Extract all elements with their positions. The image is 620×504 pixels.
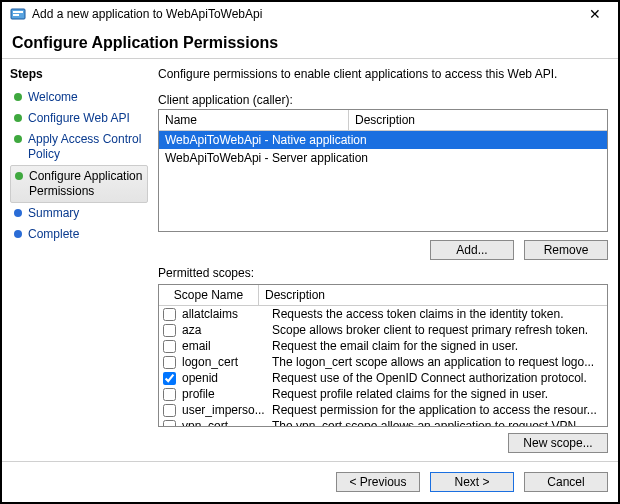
step-done-icon	[14, 93, 22, 101]
step-item[interactable]: Welcome	[10, 87, 148, 108]
step-label: Summary	[28, 206, 79, 221]
next-button[interactable]: Next >	[430, 472, 514, 492]
svg-rect-2	[13, 14, 19, 16]
scope-col-description[interactable]: Description	[259, 285, 607, 305]
scope-checkbox[interactable]	[163, 308, 176, 321]
instruction-text: Configure permissions to enable client a…	[158, 67, 608, 81]
footer: < Previous Next > Cancel	[2, 461, 618, 502]
step-pending-icon	[14, 209, 22, 217]
scope-row[interactable]: openidRequest use of the OpenID Connect …	[159, 370, 607, 386]
scope-name: logon_cert	[182, 355, 266, 369]
step-done-icon	[14, 135, 22, 143]
step-done-icon	[15, 172, 23, 180]
previous-button[interactable]: < Previous	[336, 472, 420, 492]
client-col-name[interactable]: Name	[159, 110, 349, 130]
scope-checkbox[interactable]	[163, 404, 176, 417]
scope-row[interactable]: logon_certThe logon_cert scope allows an…	[159, 354, 607, 370]
scope-row[interactable]: user_imperso...Request permission for th…	[159, 402, 607, 418]
svg-rect-1	[13, 11, 23, 13]
scope-name: aza	[182, 323, 266, 337]
client-label: Client application (caller):	[158, 93, 608, 107]
scopes-label: Permitted scopes:	[158, 266, 608, 280]
client-col-description[interactable]: Description	[349, 110, 607, 130]
client-columns-header: Name Description	[159, 110, 607, 131]
scope-description: Request the email claim for the signed i…	[272, 339, 603, 353]
add-button[interactable]: Add...	[430, 240, 514, 260]
client-list[interactable]: Name Description WebApiToWebApi - Native…	[158, 109, 608, 232]
scope-description: The logon_cert scope allows an applicati…	[272, 355, 603, 369]
scope-row[interactable]: emailRequest the email claim for the sig…	[159, 338, 607, 354]
client-row[interactable]: WebApiToWebApi - Native application	[159, 131, 607, 149]
steps-panel: Steps WelcomeConfigure Web APIApply Acce…	[2, 59, 152, 461]
remove-button[interactable]: Remove	[524, 240, 608, 260]
new-scope-button[interactable]: New scope...	[508, 433, 608, 453]
scope-name: user_imperso...	[182, 403, 266, 417]
scope-checkbox[interactable]	[163, 324, 176, 337]
scope-description: Scope allows broker client to request pr…	[272, 323, 603, 337]
step-label: Complete	[28, 227, 79, 242]
step-label: Configure Application Permissions	[29, 169, 143, 199]
scope-description: The vpn_cert scope allows an application…	[272, 419, 603, 426]
titlebar: Add a new application to WebApiToWebApi …	[2, 2, 618, 24]
scope-description: Request profile related claims for the s…	[272, 387, 603, 401]
scope-checkbox[interactable]	[163, 420, 176, 427]
scope-name: vpn_cert	[182, 419, 266, 426]
scope-checkbox[interactable]	[163, 388, 176, 401]
dialog-window: Add a new application to WebApiToWebApi …	[0, 0, 620, 504]
scopes-list[interactable]: Scope Name Description allatclaimsReques…	[158, 284, 608, 427]
scope-name: profile	[182, 387, 266, 401]
step-done-icon	[14, 114, 22, 122]
scope-name: email	[182, 339, 266, 353]
step-item[interactable]: Complete	[10, 224, 148, 245]
app-icon	[10, 6, 26, 22]
cancel-button[interactable]: Cancel	[524, 472, 608, 492]
scope-row[interactable]: allatclaimsRequests the access token cla…	[159, 306, 607, 322]
content-panel: Configure permissions to enable client a…	[152, 59, 618, 461]
scope-name: openid	[182, 371, 266, 385]
scope-description: Request use of the OpenID Connect author…	[272, 371, 603, 385]
steps-title: Steps	[10, 67, 148, 81]
step-label: Apply Access Control Policy	[28, 132, 144, 162]
scope-row[interactable]: profileRequest profile related claims fo…	[159, 386, 607, 402]
scope-checkbox[interactable]	[163, 340, 176, 353]
scope-checkbox[interactable]	[163, 356, 176, 369]
step-item[interactable]: Configure Application Permissions	[10, 165, 148, 203]
scope-row[interactable]: vpn_certThe vpn_cert scope allows an app…	[159, 418, 607, 426]
client-row[interactable]: WebApiToWebApi - Server application	[159, 149, 607, 167]
step-item[interactable]: Summary	[10, 203, 148, 224]
scope-checkbox[interactable]	[163, 372, 176, 385]
scope-description: Requests the access token claims in the …	[272, 307, 603, 321]
scope-row[interactable]: azaScope allows broker client to request…	[159, 322, 607, 338]
step-label: Welcome	[28, 90, 78, 105]
step-item[interactable]: Configure Web API	[10, 108, 148, 129]
step-pending-icon	[14, 230, 22, 238]
close-button[interactable]: ✕	[580, 6, 610, 22]
window-title: Add a new application to WebApiToWebApi	[32, 7, 580, 21]
step-label: Configure Web API	[28, 111, 130, 126]
scope-name: allatclaims	[182, 307, 266, 321]
scope-description: Request permission for the application t…	[272, 403, 603, 417]
page-header: Configure Application Permissions	[2, 24, 618, 59]
step-item[interactable]: Apply Access Control Policy	[10, 129, 148, 165]
scope-col-name[interactable]: Scope Name	[159, 285, 259, 305]
scope-columns-header: Scope Name Description	[159, 285, 607, 306]
